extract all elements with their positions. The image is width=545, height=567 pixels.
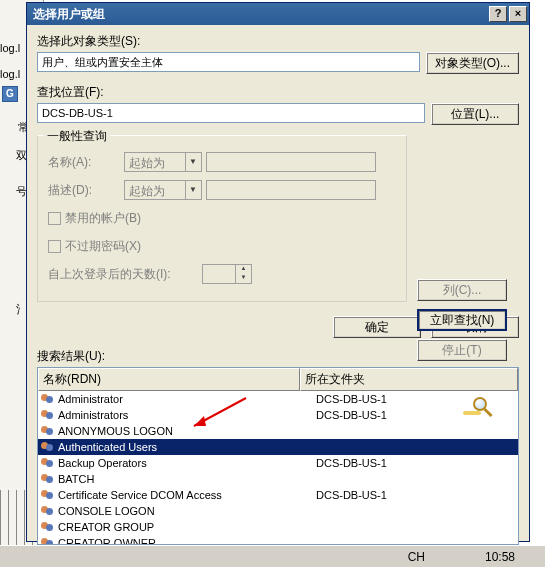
group-icon xyxy=(40,504,56,518)
name-mode-dropdown-icon[interactable] xyxy=(186,152,202,172)
select-users-or-groups-dialog: 选择用户或组 ? × 选择此对象类型(S): 对象类型(O)... 查找位置(F… xyxy=(26,2,530,542)
name-mode-select[interactable]: 起始为 xyxy=(124,152,186,172)
list-item-folder: DCS-DB-US-1 xyxy=(316,489,518,501)
non-expiring-password-checkbox[interactable] xyxy=(48,240,61,253)
list-item-folder: DCS-DB-US-1 xyxy=(316,457,518,469)
group-icon xyxy=(40,440,56,454)
list-item-name: Administrators xyxy=(58,409,316,421)
group-icon xyxy=(40,408,56,422)
description-input[interactable] xyxy=(206,180,376,200)
name-label: 名称(A): xyxy=(48,154,124,171)
common-queries-group: 一般性查询 名称(A): 起始为 描述(D): 起始为 禁用的帐户(B) xyxy=(37,135,407,302)
list-item[interactable]: ANONYMOUS LOGON xyxy=(38,423,518,439)
list-item-name: CONSOLE LOGON xyxy=(58,505,316,517)
column-folder-header[interactable]: 所在文件夹 xyxy=(300,368,518,391)
location-input[interactable] xyxy=(37,103,425,123)
find-now-button[interactable]: 立即查找(N) xyxy=(417,309,507,331)
list-item[interactable]: Authenticated Users xyxy=(38,439,518,455)
list-item[interactable]: CONSOLE LOGON xyxy=(38,503,518,519)
dialog-titlebar[interactable]: 选择用户或组 ? × xyxy=(27,3,529,25)
object-type-input[interactable] xyxy=(37,52,420,72)
list-item[interactable]: AdministratorDCS-DB-US-1 xyxy=(38,391,518,407)
list-item-name: ANONYMOUS LOGON xyxy=(58,425,316,437)
description-mode-select[interactable]: 起始为 xyxy=(124,180,186,200)
group-icon xyxy=(40,392,56,406)
search-icon-wrap xyxy=(463,397,497,421)
tray-clock: 10:58 xyxy=(485,550,515,564)
group-icon xyxy=(40,456,56,470)
stop-button[interactable]: 停止(T) xyxy=(417,339,507,361)
list-item[interactable]: CREATOR OWNER xyxy=(38,535,518,545)
column-name-header[interactable]: 名称(RDN) xyxy=(38,368,300,391)
days-since-logon-label: 自上次登录后的天数(I): xyxy=(48,266,198,283)
group-icon xyxy=(40,536,56,545)
bg-filename-1: log.l xyxy=(0,42,20,54)
description-mode-dropdown-icon[interactable] xyxy=(186,180,202,200)
list-item-name: Administrator xyxy=(58,393,316,405)
location-label: 查找位置(F): xyxy=(37,84,519,101)
days-spinner[interactable]: ▲▼ xyxy=(236,264,252,284)
help-button[interactable]: ? xyxy=(489,6,507,22)
name-input[interactable] xyxy=(206,152,376,172)
columns-button[interactable]: 列(C)... xyxy=(417,279,507,301)
list-item[interactable]: AdministratorsDCS-DB-US-1 xyxy=(38,407,518,423)
list-item-name: Backup Operators xyxy=(58,457,316,469)
results-list[interactable]: 名称(RDN) 所在文件夹 AdministratorDCS-DB-US-1Ad… xyxy=(37,367,519,545)
object-type-button[interactable]: 对象类型(O)... xyxy=(426,52,519,74)
list-item-name: BATCH xyxy=(58,473,316,485)
tray-lang[interactable]: CH xyxy=(408,550,425,564)
bg-filename-2: log.l xyxy=(0,68,20,80)
right-button-column: 列(C)... 立即查找(N) 停止(T) xyxy=(417,279,507,361)
group-icon xyxy=(40,520,56,534)
disabled-accounts-label: 禁用的帐户(B) xyxy=(65,210,141,227)
object-type-label: 选择此对象类型(S): xyxy=(37,33,519,50)
common-queries-legend: 一般性查询 xyxy=(44,128,110,145)
list-item-name: CREATOR OWNER xyxy=(58,537,316,545)
dialog-title: 选择用户或组 xyxy=(33,6,105,23)
dialog-body: 选择此对象类型(S): 对象类型(O)... 查找位置(F): 位置(L)...… xyxy=(27,25,529,545)
list-item[interactable]: Certificate Service DCOM AccessDCS-DB-US… xyxy=(38,487,518,503)
location-button[interactable]: 位置(L)... xyxy=(431,103,519,125)
description-label: 描述(D): xyxy=(48,182,124,199)
list-item[interactable]: BATCH xyxy=(38,471,518,487)
list-item[interactable]: CREATOR GROUP xyxy=(38,519,518,535)
bg-app-icon: G xyxy=(2,86,18,102)
magnifier-icon xyxy=(463,397,497,421)
group-icon xyxy=(40,472,56,486)
list-item-name: Authenticated Users xyxy=(58,441,316,453)
close-button[interactable]: × xyxy=(509,6,527,22)
taskbar[interactable]: CH 10:58 xyxy=(0,545,545,567)
group-icon xyxy=(40,424,56,438)
non-expiring-password-label: 不过期密码(X) xyxy=(65,238,141,255)
ok-button[interactable]: 确定 xyxy=(333,316,421,338)
results-header[interactable]: 名称(RDN) 所在文件夹 xyxy=(38,368,518,391)
days-input[interactable] xyxy=(202,264,236,284)
disabled-accounts-checkbox[interactable] xyxy=(48,212,61,225)
list-item-name: CREATOR GROUP xyxy=(58,521,316,533)
list-item[interactable]: Backup OperatorsDCS-DB-US-1 xyxy=(38,455,518,471)
list-item-name: Certificate Service DCOM Access xyxy=(58,489,316,501)
group-icon xyxy=(40,488,56,502)
